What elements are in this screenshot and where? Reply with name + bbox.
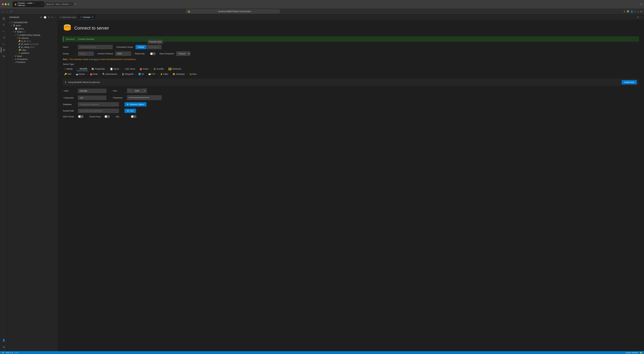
activity-run[interactable]: ▷ xyxy=(1,41,6,46)
sidebar-item-pl-id[interactable]: 🔑 pl_id int(11) xyxy=(8,40,58,42)
sidebar-item-pl-rating[interactable]: 🔗 pl_rating int(11) xyxy=(8,45,58,48)
sidebar-item-partitions[interactable]: › 🗋 partitions xyxy=(8,51,58,54)
scope-global-button[interactable]: Global xyxy=(136,45,146,49)
menu-icon[interactable]: ⊞ xyxy=(640,10,642,13)
server-type-mongodb[interactable]: 🍃 MongoDB xyxy=(120,72,134,76)
server-type-duckdb[interactable]: 🦆 DuckDB xyxy=(152,67,165,71)
sidebar-item-index[interactable]: › 🔑 index xyxy=(8,48,58,51)
sidebar-item-query[interactable]: › 📋 Query xyxy=(8,27,58,30)
sidebar-icon[interactable]: ⎕ xyxy=(634,10,636,13)
activity-menu[interactable]: ☰ xyxy=(1,16,6,21)
error-count[interactable]: ⊗ 0 ⚠ 0 xyxy=(6,352,13,354)
activity-search[interactable]: ⌕ xyxy=(1,28,6,34)
sidebar-item-procedures[interactable]: › ⚙ Procedures xyxy=(8,58,58,61)
minimize-traffic-light[interactable] xyxy=(5,3,6,5)
browser-tab-connect[interactable]: 🔒 Connect — coder — code-ser... ✕ xyxy=(12,1,44,7)
activity-settings[interactable]: ⚙ xyxy=(1,344,6,350)
server-type-more[interactable]: ⊞ More xyxy=(188,72,198,76)
demo-filter-icon[interactable]: ⚡ xyxy=(50,24,52,26)
activity-explorer[interactable]: ⎘ xyxy=(1,22,6,28)
forward-button[interactable]: › xyxy=(6,10,8,13)
browser-tab-query-close[interactable]: ✕ xyxy=(70,3,72,5)
split-editor-button[interactable]: ⊟ xyxy=(637,16,639,18)
advance-option-button[interactable]: ⚙ Advance Option xyxy=(124,102,146,107)
server-type-docker[interactable]: 🐋 Docker xyxy=(74,72,86,76)
browser-tab-query[interactable]: Query #1 - demo - DbGate ✕ xyxy=(44,2,73,6)
group-input[interactable] xyxy=(78,51,94,56)
server-type-sqlite[interactable]: 📄 SQLite xyxy=(109,67,120,71)
sidebar-item-tables[interactable]: ▼ ≡ Tables (1) xyxy=(8,30,58,33)
socket-path-input[interactable] xyxy=(78,109,119,113)
port-increment-button[interactable]: + xyxy=(142,88,147,93)
close-traffic-light[interactable] xyxy=(2,3,4,5)
more-actions-button[interactable]: ··· xyxy=(640,16,642,18)
tab-connect-close[interactable]: ✕ xyxy=(92,16,94,18)
sidebar-settings-button[interactable]: ⚙ xyxy=(40,16,42,19)
refresh-button[interactable]: ↻ xyxy=(10,10,13,13)
socks-proxy-toggle[interactable] xyxy=(104,115,110,118)
port-decrement-button[interactable]: − xyxy=(127,88,132,93)
sidebar-item-demo[interactable]: ▼ 🗄 demo ⊞ ⚡ ↺ 📄 xyxy=(8,24,58,27)
bell-icon[interactable]: 🔔 xyxy=(640,352,642,354)
git-status[interactable]: ⎇ 1 xyxy=(15,352,18,354)
browser-tab-close[interactable]: ✕ xyxy=(41,3,42,5)
username-input[interactable] xyxy=(78,96,106,100)
back-button[interactable]: ‹ xyxy=(2,10,4,13)
server-type-s3[interactable]: 🪣 S3 xyxy=(137,72,145,76)
server-type-mariadb[interactable]: ~ MariaDB xyxy=(76,67,88,71)
server-type-oracle[interactable]: ⬤ Oracle xyxy=(138,67,150,71)
sidebar-item-mariadb[interactable]: ▼ ⬡ mariadb@3306 xyxy=(8,21,58,24)
read-only-toggle[interactable] xyxy=(150,52,156,55)
scope-workspace-button[interactable]: Workspace xyxy=(146,45,162,49)
tab-connect[interactable]: ✔ Connect ✕ xyxy=(78,14,96,20)
prog-list-icon[interactable]: ≡ xyxy=(53,34,54,36)
address-input[interactable]: localhost:8080/?folder=/home/coder xyxy=(191,10,278,12)
server-type-postgresql[interactable]: 🐘 PostgreSQL xyxy=(90,67,106,71)
remote-icon[interactable]: ⚡ xyxy=(2,352,4,354)
tab-application-java[interactable]: J Application.java xyxy=(58,14,78,20)
server-type-elasticsearch[interactable]: 🔍 ElasticSearch xyxy=(101,72,118,76)
activity-profile[interactable]: 👤 xyxy=(1,337,6,343)
sidebar-history-button[interactable]: 🕐 xyxy=(44,16,47,19)
demo-file-icon[interactable]: 📄 xyxy=(55,24,57,26)
note-link[interactable]: pay xyxy=(94,58,98,60)
sidebar-item-columns[interactable]: ▼ ⊡ columns xyxy=(8,36,58,40)
ssh-tunnel-toggle[interactable] xyxy=(78,115,84,118)
timeout-input[interactable] xyxy=(116,51,131,56)
server-type-kafka[interactable]: ⚡ Kafka xyxy=(159,72,170,76)
server-type-sqlserver[interactable]: ▪ SQL Server xyxy=(123,67,136,71)
demo-history-icon[interactable]: ↺ xyxy=(52,24,54,26)
save-password-select[interactable]: Forever Session Never xyxy=(176,51,190,56)
activity-layers[interactable]: ⧉ xyxy=(1,53,6,59)
prog-edit-icon[interactable]: ✎ xyxy=(51,34,52,36)
server-type-mysql[interactable]: ↗ MySQL xyxy=(63,67,74,71)
elasticsearch-label: ElasticSearch xyxy=(106,73,117,75)
activity-database[interactable]: ⬡ xyxy=(1,47,6,53)
server-type-ftp[interactable]: 📁 FTP xyxy=(147,72,156,76)
prog-file-icon[interactable]: 📄 xyxy=(55,34,57,36)
database-input[interactable] xyxy=(78,102,119,107)
port-input[interactable] xyxy=(132,89,142,93)
sidebar-add-button[interactable]: + xyxy=(54,16,56,19)
new-tab-button[interactable]: + xyxy=(74,3,77,6)
use-button[interactable]: ⚙ Use xyxy=(124,109,136,113)
sidebar-item-pl-name[interactable]: 🔗 pl_name varchar(50) xyxy=(8,42,58,45)
connection-name-input[interactable] xyxy=(78,45,112,49)
server-type-clickhouse[interactable]: ▐▐ ClickHouse xyxy=(167,67,182,71)
sidebar-copy-button[interactable]: ⎘ xyxy=(51,16,53,19)
server-type-zookeeper[interactable]: 🦁 Zookeeper xyxy=(171,72,186,76)
server-type-ssh[interactable]: 🔑 SSH xyxy=(63,72,73,76)
layout-icon[interactable]: ▭ xyxy=(637,10,639,13)
sidebar-item-prog-lang[interactable]: ▼ 🗋 programming_languag... ✎ ≡ 📄 xyxy=(8,33,58,36)
server-type-redis[interactable]: ⬤ Redis xyxy=(89,72,99,76)
maximize-traffic-light[interactable] xyxy=(8,3,10,5)
sidebar-item-views[interactable]: › ≡ Views xyxy=(8,54,58,58)
activity-git[interactable]: ⎇ xyxy=(1,34,6,40)
sidebar-refresh-button[interactable]: ↻ xyxy=(48,16,50,19)
ssl-toggle[interactable] xyxy=(131,115,136,118)
host-input[interactable] xyxy=(78,89,106,93)
sidebar-item-functions[interactable]: › ƒ Functions xyxy=(8,61,58,64)
password-input[interactable] xyxy=(127,95,162,100)
install-now-button[interactable]: Install Now xyxy=(622,80,637,84)
demo-table-icon[interactable]: ⊞ xyxy=(47,24,49,26)
